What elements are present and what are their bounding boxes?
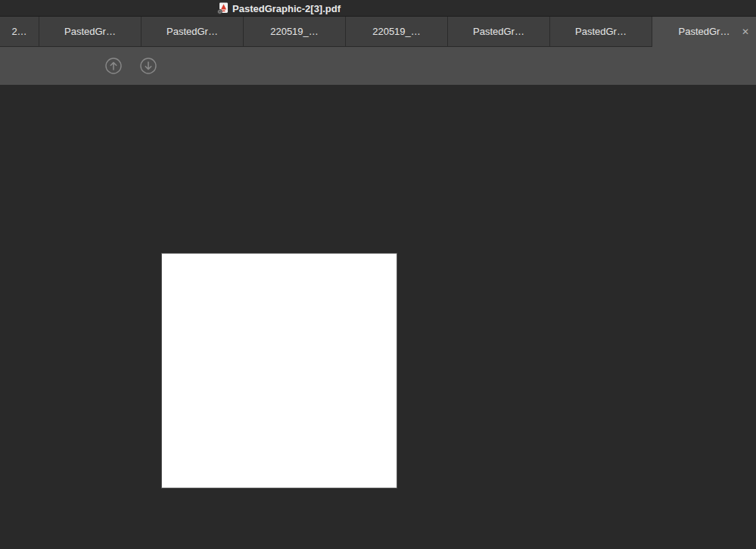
tab-1[interactable]: PastedGr…	[39, 17, 142, 47]
tab-label: PastedGr…	[64, 26, 116, 37]
tab-close-icon[interactable]: ✕	[742, 27, 749, 36]
tab-label: PastedGr…	[575, 26, 627, 37]
tab-label: PastedGr…	[166, 26, 218, 37]
pdf-viewer-window: PastedGraphic-2[3].pdf 2… PastedGr… Past…	[0, 0, 756, 549]
tab-label: PastedGr…	[679, 26, 730, 37]
pdf-page	[161, 253, 397, 488]
arrow-down-circle-icon	[139, 57, 157, 75]
title-bar: PastedGraphic-2[3].pdf	[0, 0, 756, 17]
document-view	[0, 85, 756, 549]
window-title: PastedGraphic-2[3].pdf	[232, 3, 341, 14]
tab-7-active[interactable]: PastedGr… ✕	[652, 17, 756, 47]
tab-4[interactable]: 220519_…	[346, 17, 448, 47]
tab-2[interactable]: PastedGr…	[142, 17, 244, 47]
tab-3[interactable]: 220519_…	[244, 17, 346, 47]
tab-label: PastedGr…	[473, 26, 524, 37]
tab-label: 2…	[11, 26, 26, 37]
tab-label: 220519_…	[372, 26, 421, 37]
tab-5[interactable]: PastedGr…	[448, 17, 550, 47]
pdf-file-icon	[217, 2, 229, 14]
previous-page-button[interactable]	[104, 57, 123, 75]
tab-label: 220519_…	[270, 26, 319, 37]
toolbar: / 1	[0, 47, 756, 85]
next-page-button[interactable]	[139, 57, 157, 75]
tab-6[interactable]: PastedGr…	[550, 17, 652, 47]
arrow-up-circle-icon	[104, 57, 123, 75]
title-group: PastedGraphic-2[3].pdf	[217, 0, 341, 17]
tab-0[interactable]: 2…	[0, 17, 39, 47]
tab-bar: 2… PastedGr… PastedGr… 220519_… 220519_……	[0, 17, 756, 47]
